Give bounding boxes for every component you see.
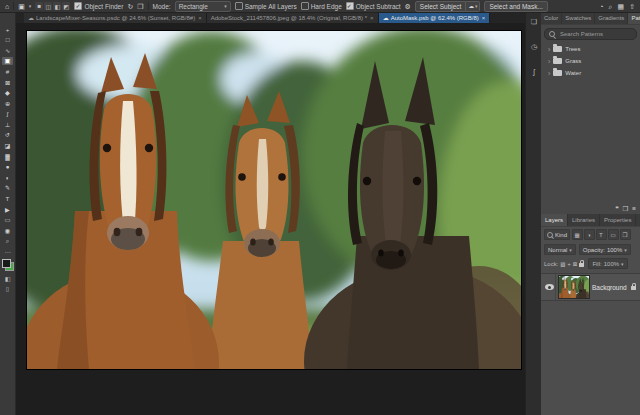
filter-smart-objects-icon[interactable]: ❒ <box>620 229 631 240</box>
share-image-icon[interactable]: ⇧ <box>629 3 635 10</box>
select-subject-button[interactable]: Select Subject <box>415 1 467 12</box>
home-button[interactable]: ⌂ <box>5 3 9 10</box>
expand-chevron-icon[interactable]: › <box>548 70 550 77</box>
preset-panel-tab[interactable]: Patterns <box>628 12 640 24</box>
pasteboard[interactable] <box>15 23 525 415</box>
device-preview-icon[interactable]: ❐ <box>622 205 628 213</box>
brush-tool[interactable]: ʃ <box>2 110 13 118</box>
lock-transparency-icon[interactable]: ▨ <box>560 261 565 267</box>
eyedropper-tool[interactable]: ◆ <box>2 88 13 96</box>
type-tool[interactable]: T <box>2 194 13 202</box>
move-tool[interactable]: + <box>2 25 13 33</box>
blur-tool[interactable]: ● <box>2 163 13 171</box>
pattern-folder-row[interactable]: › Trees <box>541 43 640 55</box>
patterns-search-box[interactable] <box>544 28 637 40</box>
clone-stamp-tool[interactable]: ⊥ <box>2 120 13 128</box>
cloud-icon: ☁ <box>468 3 474 9</box>
select-subject-cloud-dropdown[interactable]: ☁ ▾ <box>466 1 480 12</box>
document-canvas[interactable] <box>27 31 521 369</box>
document-tab[interactable]: AdobeStock_211457806.jpeg @ 18.4% (Origi… <box>207 12 379 23</box>
preset-panel-tab[interactable]: Color <box>541 12 562 24</box>
brushes-panel-icon[interactable]: ʃ <box>533 68 535 75</box>
tool-preset-caret-icon[interactable]: ▾ <box>29 3 32 9</box>
quick-mask-icon[interactable]: ◧ <box>5 275 11 282</box>
layer-lock-icon[interactable] <box>631 286 636 290</box>
rectangular-marquee-tool[interactable]: □ <box>2 36 13 44</box>
mode-dropdown[interactable]: Rectangle ▾ <box>175 1 231 12</box>
gear-icon[interactable]: ⚙ <box>405 3 411 10</box>
object-finder-checkbox[interactable]: Object Finder <box>74 2 123 10</box>
eye-icon[interactable] <box>545 284 554 290</box>
sample-all-layers-checkbox[interactable]: Sample All Layers <box>235 2 297 10</box>
search-icon[interactable]: ⌕ <box>609 3 613 10</box>
object-selection-tool-preset-icon[interactable]: ▣ <box>18 3 25 10</box>
panel-menu-icon[interactable]: ≡ <box>632 205 636 212</box>
pattern-folder-row[interactable]: › Grass <box>541 55 640 67</box>
hard-edge-checkbox[interactable]: Hard Edge <box>301 2 342 10</box>
pattern-folder-row[interactable]: › Water <box>541 67 640 79</box>
comments-panel-icon[interactable]: ❝ <box>615 205 619 213</box>
preset-panel-tab[interactable]: Swatches <box>562 12 595 24</box>
new-selection-icon[interactable]: ■ <box>35 2 43 10</box>
blend-mode-dropdown[interactable]: Normal ▾ <box>544 244 576 255</box>
object-subtract-checkbox[interactable]: Object Subtract <box>346 2 401 10</box>
lock-pixels-icon[interactable]: + <box>568 261 571 267</box>
layer-row-background[interactable]: Background <box>541 273 640 301</box>
preset-panel-tab[interactable]: Gradients <box>595 12 628 24</box>
lock-position-icon[interactable]: ⊠ <box>573 261 578 267</box>
panel-tab[interactable]: Properties <box>600 214 636 226</box>
workspace-switcher-icon[interactable]: ▦ <box>618 3 625 10</box>
shape-tool[interactable]: ▭ <box>2 215 13 223</box>
tab-close-icon[interactable]: × <box>369 15 374 21</box>
edit-toolbar-ellipsis-icon[interactable]: ⋯ <box>5 248 11 255</box>
checkbox-box[interactable] <box>346 2 354 10</box>
dodge-tool[interactable]: ◐ <box>2 173 13 181</box>
eraser-tool[interactable]: ◪ <box>2 141 13 149</box>
tab-close-icon[interactable]: × <box>481 15 486 21</box>
object-selection-tool[interactable]: ▣ <box>2 57 13 65</box>
frame-tool[interactable]: ⊠ <box>2 78 13 86</box>
filter-kind-dropdown[interactable]: Kind <box>544 229 570 240</box>
pen-tool[interactable]: ✎ <box>2 184 13 192</box>
layer-visibility-cell[interactable] <box>543 274 556 300</box>
filter-adjustment-layers-icon[interactable]: ◑ <box>584 229 595 240</box>
history-brush-tool[interactable]: ↺ <box>2 131 13 139</box>
panel-tab[interactable]: Libraries <box>568 214 600 226</box>
path-selection-tool[interactable]: ▶ <box>2 205 13 213</box>
zoom-tool[interactable]: ⌕ <box>2 237 13 245</box>
filter-shape-layers-icon[interactable]: ▭ <box>608 229 619 240</box>
gradient-tool[interactable]: ▓ <box>2 152 13 160</box>
add-to-selection-icon[interactable]: ◫ <box>44 2 52 10</box>
libraries-panel-icon[interactable]: ❏ <box>531 18 537 26</box>
lasso-tool[interactable]: ∿ <box>2 46 13 54</box>
patterns-search-input[interactable] <box>558 30 632 38</box>
foreground-color-swatch[interactable] <box>2 259 11 268</box>
expand-chevron-icon[interactable]: › <box>548 46 550 53</box>
checkbox-box[interactable] <box>301 2 309 10</box>
history-panel-icon[interactable]: ◷ <box>531 43 537 51</box>
show-all-objects-button[interactable]: ❐ <box>137 3 143 10</box>
color-swatches[interactable] <box>2 259 14 271</box>
checkbox-box[interactable] <box>235 2 243 10</box>
refresh-object-finder-button[interactable]: ↻ <box>127 3 133 10</box>
opacity-dropdown[interactable]: Opacity: 100% ▾ <box>579 244 631 255</box>
select-and-mask-button[interactable]: Select and Mask... <box>484 1 547 12</box>
intersect-selection-icon[interactable]: ◩ <box>62 2 70 10</box>
panel-tab[interactable]: Layers <box>541 214 568 226</box>
fill-dropdown[interactable]: Fill: 100% ▾ <box>588 258 627 269</box>
lock-all-icon[interactable] <box>579 263 584 267</box>
layer-thumbnail[interactable] <box>559 276 589 298</box>
hand-tool[interactable]: ◉ <box>2 226 13 234</box>
checkbox-box[interactable] <box>74 2 82 10</box>
screen-mode-icon[interactable]: ▯ <box>6 285 9 292</box>
document-tab[interactable]: ☁ LandscapeMixer-Seasons.psdc @ 24.6% (S… <box>24 12 207 23</box>
crop-tool[interactable]: # <box>2 67 13 75</box>
filter-type-layers-icon[interactable]: T <box>596 229 607 240</box>
help-icon[interactable]: ◔ <box>599 3 603 10</box>
filter-pixel-layers-icon[interactable]: ▦ <box>572 229 583 240</box>
subtract-from-selection-icon[interactable]: ◧ <box>53 2 61 10</box>
tab-close-icon[interactable]: × <box>197 15 202 21</box>
document-tab[interactable]: ☁ AutoMask.psb @ 62.4% (RGB/8) × <box>379 12 491 23</box>
spot-healing-brush-tool[interactable]: ⊕ <box>2 99 13 107</box>
expand-chevron-icon[interactable]: › <box>548 58 550 65</box>
